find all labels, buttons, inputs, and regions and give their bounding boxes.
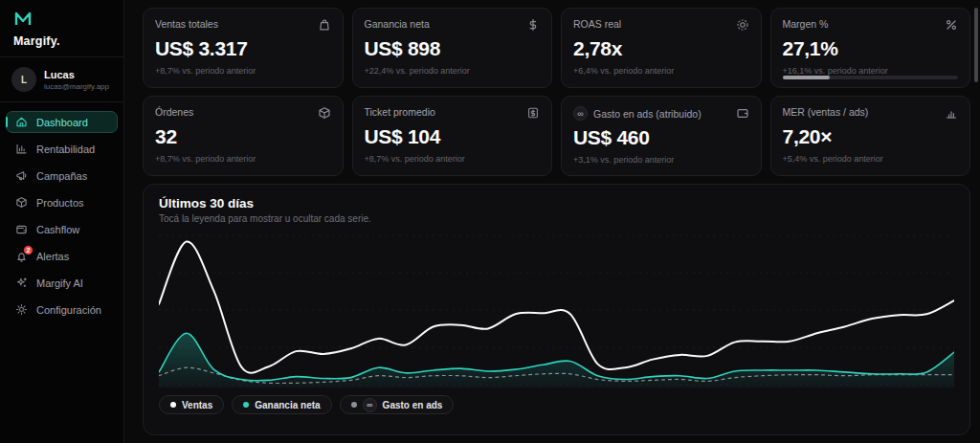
package-icon (15, 196, 28, 209)
legend-pill-ganancia-neta[interactable]: Ganancia neta (232, 395, 331, 414)
kpi-card-gasto-en-ads: ∞ Gasto en ads (atribuido) US$ 460 +3,1%… (561, 96, 762, 176)
sidebar-item-rentabilidad[interactable]: Rentabilidad (6, 138, 118, 160)
gasto-dot-icon (351, 402, 357, 408)
legend-label: Ventas (182, 400, 212, 410)
sidebar-item-productos[interactable]: Productos (6, 191, 118, 213)
legend-pill-gasto-en-ads[interactable]: ∞ Gasto en ads (340, 395, 455, 414)
sidebar: Margify. L Lucas lucas@margify.app Dashb… (0, 0, 124, 443)
ventas-dot-icon (170, 402, 176, 408)
ganancia-dot-icon (243, 402, 249, 408)
kpi-value: US$ 104 (365, 125, 541, 148)
sidebar-item-cashflow[interactable]: Cashflow (6, 218, 118, 240)
percent-icon (945, 18, 958, 32)
sidebar-item-label: Alertas (36, 251, 69, 262)
sidebar-item-label: Dashboard (36, 117, 88, 128)
line-chart (159, 230, 954, 390)
margify-logo-icon (13, 10, 110, 29)
brand[interactable]: Margify. (0, 0, 123, 56)
sidebar-item-configuracion[interactable]: Configuración (6, 299, 118, 321)
brand-name: Margify. (13, 34, 110, 48)
kpi-label: ∞ Gasto en ads (atribuido) (573, 106, 702, 121)
margin-progress-fill (783, 76, 831, 79)
chart-legend: Ventas Ganancia neta ∞ Gasto en ads (159, 395, 954, 414)
main-content: Ventas totales US$ 3.317 +8,7% vs. perio… (125, 0, 980, 443)
sparkles-icon (15, 277, 28, 289)
kpi-label: Ventas totales (155, 18, 218, 30)
kpi-value: US$ 898 (365, 37, 541, 60)
sidebar-item-label: Rentabilidad (36, 144, 95, 155)
bar-chart-icon (945, 106, 958, 120)
legend-pill-ventas[interactable]: Ventas (159, 395, 224, 414)
bell-icon: 2 (15, 250, 28, 262)
kpi-card-ganancia-neta: Ganancia neta US$ 898 +22,4% vs. periodo… (352, 8, 553, 88)
kpi-value: 2,78x (573, 37, 749, 60)
target-icon (736, 18, 749, 32)
chart-panel: Últimos 30 días Tocá la leyenda para mos… (143, 184, 970, 435)
sidebar-item-label: Productos (36, 197, 84, 209)
kpi-value: 7,20× (783, 125, 959, 148)
kpi-card-roas-real: ROAS real 2,78x +6,4% vs. periodo anteri… (561, 8, 762, 88)
scrollbar-thumb[interactable] (974, 8, 978, 82)
kpi-delta: +22,4% vs. periodo anterior (365, 66, 541, 76)
kpi-label: MER (ventas / ads) (783, 106, 869, 118)
legend-label: Ganancia neta (255, 400, 320, 410)
chart-subtitle: Tocá la leyenda para mostrar u ocultar c… (159, 213, 954, 224)
meta-logo-icon: ∞ (363, 398, 377, 412)
kpi-card-margen: Margen % 27,1% +16,1% vs. periodo anteri… (770, 8, 971, 88)
kpi-label: Margen % (783, 18, 829, 30)
megaphone-icon (15, 169, 28, 182)
kpi-label: Ticket promedio (365, 106, 435, 118)
sidebar-item-label: Configuración (36, 304, 101, 316)
sidebar-item-margify-ai[interactable]: Margify AI (6, 272, 118, 294)
home-icon (15, 116, 28, 128)
sidebar-nav: Dashboard Rentabilidad Campañas Producto… (0, 102, 123, 329)
kpi-label: Órdenes (155, 106, 193, 118)
kpi-card-ventas-totales: Ventas totales US$ 3.317 +8,7% vs. perio… (143, 8, 344, 88)
gear-icon (15, 303, 28, 316)
sidebar-item-campanas[interactable]: Campañas (6, 165, 118, 187)
kpi-label: Ganancia neta (365, 18, 430, 30)
kpi-delta: +8,7% vs. periodo anterior (155, 66, 331, 76)
package-icon (318, 106, 331, 120)
sidebar-item-alertas[interactable]: 2 Alertas (6, 245, 118, 267)
legend-label: Gasto en ads (383, 400, 443, 410)
shopping-bag-icon (318, 18, 331, 32)
chart-icon (15, 143, 28, 155)
sidebar-item-label: Cashflow (36, 224, 79, 235)
kpi-delta: +8,7% vs. periodo anterior (365, 154, 541, 164)
kpi-delta: +16,1% vs. periodo anterior (783, 66, 959, 76)
sidebar-item-label: Campañas (36, 170, 87, 182)
kpi-delta: +6,4% vs. periodo anterior (573, 66, 749, 76)
chart-title: Últimos 30 días (159, 196, 954, 210)
kpi-card-ordenes: Órdenes 32 +8,7% vs. periodo anterior (143, 96, 344, 176)
alerts-count-badge: 2 (23, 245, 33, 255)
user-profile[interactable]: L Lucas lucas@margify.app (0, 57, 123, 101)
margin-progress-track (783, 76, 959, 79)
kpi-card-mer: MER (ventas / ads) 7,20× +5,4% vs. perio… (770, 96, 971, 176)
sidebar-item-label: Margify AI (36, 277, 83, 289)
kpi-label: ROAS real (573, 18, 621, 30)
kpi-value: 27,1% (783, 37, 959, 60)
kpi-delta: +5,4% vs. periodo anterior (783, 154, 959, 164)
kpi-value: US$ 460 (573, 126, 749, 149)
avatar: L (11, 67, 36, 92)
wallet-icon (15, 223, 28, 235)
user-name: Lucas (44, 69, 109, 80)
wallet-icon (736, 106, 749, 120)
meta-logo-icon: ∞ (573, 106, 588, 121)
kpi-value: 32 (155, 125, 331, 148)
kpi-value: US$ 3.317 (155, 37, 331, 60)
user-email: lucas@margify.app (44, 82, 109, 91)
kpi-card-ticket-promedio: Ticket promedio US$ 104 +8,7% vs. period… (352, 96, 553, 176)
kpi-grid: Ventas totales US$ 3.317 +8,7% vs. perio… (143, 8, 970, 176)
kpi-delta: +3,1% vs. periodo anterior (573, 155, 749, 165)
receipt-icon (526, 106, 540, 120)
kpi-delta: +8,7% vs. periodo anterior (155, 154, 331, 164)
dollar-icon (526, 18, 540, 32)
sidebar-item-dashboard[interactable]: Dashboard (6, 111, 118, 133)
